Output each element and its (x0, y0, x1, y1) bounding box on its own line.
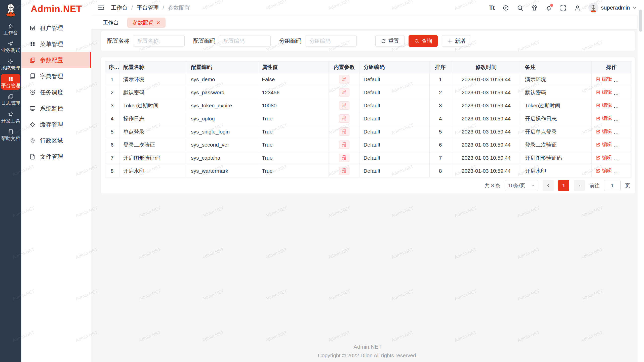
grid-icon (8, 76, 14, 82)
delete-button[interactable]: 删除 (619, 128, 631, 135)
breadcrumb-item-workbench[interactable]: 工作台 (111, 4, 128, 12)
cell-code: sys_captcha (187, 151, 258, 164)
table-row: 6 登录二次验证 sys_second_ver True 是 Default 6… (105, 138, 631, 151)
cell-sort: 3 (430, 99, 451, 112)
scrollbar-thumb[interactable] (639, 10, 642, 32)
edit-button[interactable]: 编辑 (595, 76, 612, 82)
prev-page-button[interactable] (543, 180, 554, 191)
edit-label: 编辑 (602, 167, 612, 174)
search-icon[interactable] (517, 5, 524, 11)
rail-item-label: 系统管理 (1, 66, 20, 70)
rail-item-log-mgmt[interactable]: 日志管理 (1, 92, 20, 107)
group-code-input[interactable] (305, 35, 357, 47)
sidebar-item-label: 任务调度 (40, 88, 63, 96)
add-button[interactable]: 新增 (442, 35, 471, 47)
sidebar-fold-icon[interactable] (97, 4, 105, 12)
crosshair-icon[interactable] (502, 5, 509, 11)
edit-button[interactable]: 编辑 (595, 167, 612, 174)
footer-title: Admin.NET (91, 344, 644, 350)
fullscreen-icon[interactable] (560, 5, 567, 11)
rail-item-platform-mgmt[interactable]: 平台管理 (1, 74, 20, 90)
config-name-input[interactable] (133, 35, 185, 47)
delete-button[interactable]: 删除 (619, 89, 631, 96)
delete-label: 删除 (625, 102, 631, 109)
sidebar-item-region[interactable]: 行政区域 (21, 132, 91, 149)
font-size-icon[interactable]: Tt (489, 5, 495, 11)
sidebar-item-monitor[interactable]: 系统监控 (21, 100, 91, 116)
rail-item-workbench[interactable]: 工作台 (1, 21, 20, 37)
query-button[interactable]: 查询 (409, 35, 438, 47)
cell-group: Default (360, 73, 430, 86)
edit-button[interactable]: 编辑 (595, 102, 612, 109)
edit-button[interactable]: 编辑 (595, 115, 612, 122)
gear-icon (8, 59, 14, 64)
goto-page-input[interactable] (604, 180, 621, 191)
sidebar-item-dictionary[interactable]: 字典管理 (21, 68, 91, 84)
sidebar-item-cache[interactable]: 缓存管理 (21, 116, 91, 132)
cell-index: 5 (105, 125, 119, 138)
location-icon (29, 138, 36, 144)
cell-remark: Token过期时间 (521, 99, 592, 112)
logs-icon (8, 94, 14, 100)
cell-group: Default (360, 151, 430, 164)
theme-icon[interactable] (531, 5, 538, 11)
rail-item-dev-tools[interactable]: 开发工具 (1, 109, 20, 125)
reset-button[interactable]: 重置 (375, 35, 405, 47)
edit-button[interactable]: 编辑 (595, 89, 612, 96)
edit-label: 编辑 (602, 102, 612, 109)
sidebar-item-param-config[interactable]: 参数配置 (21, 52, 91, 68)
cell-builtin: 是 (329, 99, 360, 112)
profile-icon[interactable] (574, 5, 581, 11)
sidebar-item-file[interactable]: 文件管理 (21, 149, 91, 165)
group-code-label: 分组编码 (279, 37, 301, 45)
sidebar-item-tenant[interactable]: 租户管理 (21, 20, 91, 36)
app-mascot-logo (3, 2, 19, 18)
tab-workbench[interactable]: 工作台 (98, 18, 124, 28)
breadcrumb-item-platform[interactable]: 平台管理 (137, 4, 159, 12)
next-page-button[interactable] (574, 180, 585, 191)
trash-icon (619, 168, 624, 173)
cell-code: sys_second_ver (187, 138, 258, 151)
page-content: 配置名称 配置编码 分组编码 重置 (91, 30, 644, 362)
delete-button[interactable]: 删除 (619, 141, 631, 148)
rail-item-help-docs[interactable]: 帮助文档 (1, 127, 20, 143)
edit-button[interactable]: 编辑 (595, 141, 612, 148)
cell-code: sys_wartermark (187, 164, 258, 177)
tab-param-config[interactable]: 参数配置 (127, 18, 166, 28)
cell-actions: 编辑 删除 (592, 86, 631, 99)
col-builtin: 内置参数 (329, 62, 360, 73)
config-code-input[interactable] (219, 35, 271, 47)
menu-grid-icon (29, 41, 36, 47)
edit-button[interactable]: 编辑 (595, 128, 612, 135)
delete-button[interactable]: 删除 (619, 154, 631, 161)
rail-item-business-test[interactable]: 业务测试 (1, 39, 20, 55)
sidebar-item-menu[interactable]: 菜单管理 (21, 36, 91, 52)
sidebar-item-schedule[interactable]: 任务调度 (21, 84, 91, 100)
delete-button[interactable]: 删除 (619, 76, 631, 82)
cell-value: True (258, 112, 329, 125)
cell-index: 2 (105, 86, 119, 99)
edit-label: 编辑 (602, 128, 612, 135)
config-table-panel: 序号 配置名称 配置编码 属性值 内置参数 分组编码 排序 修改时间 备注 操作 (101, 57, 635, 194)
breadcrumb: 工作台 / 平台管理 / 参数配置 (111, 4, 190, 12)
cell-actions: 编辑 删除 (592, 151, 631, 164)
goto-label: 前往 (589, 182, 599, 189)
tab-bar: 工作台 参数配置 (91, 16, 644, 30)
delete-button[interactable]: 删除 (619, 115, 631, 122)
edit-button[interactable]: 编辑 (595, 154, 612, 161)
page-number-button[interactable]: 1 (558, 180, 569, 191)
table-row: 5 单点登录 sys_single_login True 是 Default 5… (105, 125, 631, 138)
cell-remark: 开启操作日志 (521, 112, 592, 125)
config-table: 序号 配置名称 配置编码 属性值 内置参数 分组编码 排序 修改时间 备注 操作 (105, 61, 631, 177)
delete-button[interactable]: 删除 (619, 102, 631, 109)
user-menu[interactable]: superadmin (588, 3, 637, 13)
rail-item-system-mgmt[interactable]: 系统管理 (1, 56, 20, 72)
edit-icon (595, 103, 600, 108)
col-index: 序号 (105, 62, 119, 73)
config-name-label: 配置名称 (107, 37, 129, 45)
close-icon[interactable] (156, 20, 160, 25)
notification-icon[interactable] (545, 5, 552, 11)
reset-label: 重置 (388, 37, 399, 44)
page-size-select[interactable]: 10条/页 (505, 180, 538, 191)
delete-button[interactable]: 删除 (619, 167, 631, 174)
